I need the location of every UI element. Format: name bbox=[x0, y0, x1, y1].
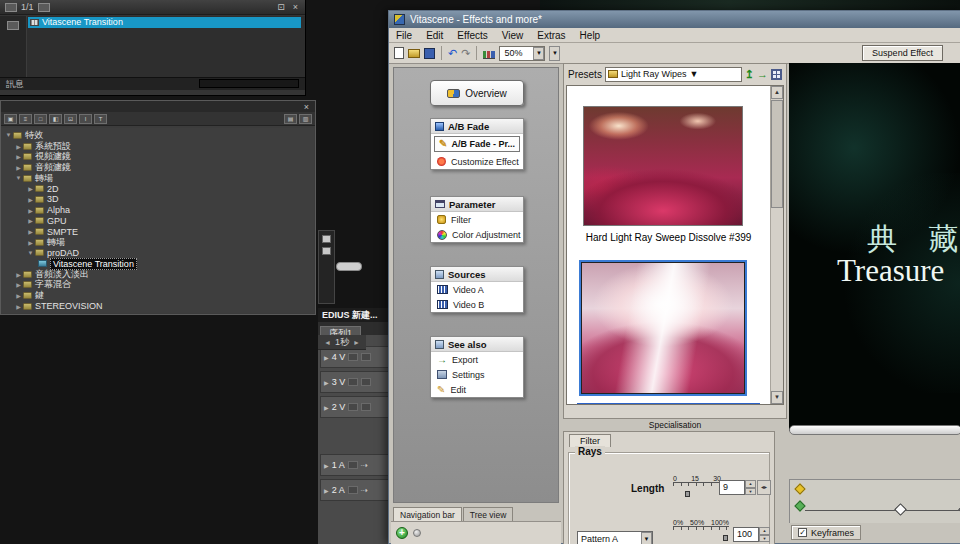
track-expander-icon[interactable]: ▶ bbox=[324, 462, 329, 469]
bin-selected-row[interactable]: Vitascene Transition bbox=[28, 17, 301, 28]
track-toggle[interactable] bbox=[348, 486, 358, 494]
scrollbar-thumb[interactable] bbox=[771, 100, 783, 208]
pattern-spinner[interactable]: ▲ ▼ bbox=[759, 527, 770, 542]
bin-view-icon[interactable] bbox=[5, 3, 17, 12]
track-toggle[interactable] bbox=[361, 378, 371, 386]
key-view-icon[interactable]: ⊡ bbox=[64, 114, 77, 124]
track-toggle[interactable] bbox=[361, 353, 371, 361]
menu-file[interactable]: File bbox=[389, 30, 419, 41]
expander-icon[interactable]: ▶ bbox=[14, 164, 23, 171]
expander-icon[interactable]: ▼ bbox=[4, 132, 13, 138]
new-file-icon[interactable] bbox=[394, 47, 404, 59]
dock-icon[interactable]: ▤ bbox=[284, 114, 297, 124]
track-expander-icon[interactable]: ▶ bbox=[324, 354, 329, 361]
customize-effect-item[interactable]: Customize Effect bbox=[431, 154, 523, 169]
slider-pill[interactable] bbox=[336, 262, 362, 271]
tree-item[interactable]: ▶GPU bbox=[1, 216, 314, 227]
keyframe-marker-green-icon[interactable] bbox=[794, 500, 805, 511]
pattern-value-field[interactable]: 100 bbox=[733, 527, 759, 542]
color-adjustment-item[interactable]: Color Adjustment bbox=[431, 227, 523, 242]
panel-menu-icon[interactable]: ▥ bbox=[299, 114, 312, 124]
track-toggle[interactable] bbox=[348, 461, 358, 469]
folder-up-icon[interactable]: ↥ bbox=[745, 69, 754, 80]
transition-view-icon[interactable]: ◧ bbox=[49, 114, 62, 124]
add-button[interactable]: + bbox=[396, 527, 408, 539]
save-icon[interactable] bbox=[424, 48, 435, 59]
track-toggle[interactable] bbox=[361, 403, 371, 411]
scroll-down-icon[interactable]: ▼ bbox=[771, 391, 783, 404]
track-expander-icon[interactable]: ▶ bbox=[324, 404, 329, 411]
vitascene-titlebar[interactable]: Vitascene - Effects and more* bbox=[389, 11, 960, 28]
scale-right-arrow-icon[interactable]: ► bbox=[353, 339, 360, 346]
undo-icon[interactable]: ↶ bbox=[448, 48, 457, 59]
pattern-select[interactable]: Pattern A ▼ bbox=[577, 531, 653, 544]
list-view-icon[interactable]: ≡ bbox=[19, 114, 32, 124]
pin-icon[interactable]: ⊡ bbox=[275, 2, 287, 12]
apply-arrow-icon[interactable]: → bbox=[757, 69, 768, 80]
pan-arrow-icon[interactable]: ⇢ bbox=[361, 486, 368, 495]
tree-item[interactable]: ▶Alpha bbox=[1, 205, 314, 216]
ab-fade-preset-button[interactable]: ✎ A/B Fade - Pr... bbox=[434, 136, 520, 152]
expander-icon[interactable]: ▶ bbox=[14, 303, 23, 310]
tree-item[interactable]: ▶3D bbox=[1, 194, 314, 205]
menu-view[interactable]: View bbox=[495, 30, 531, 41]
expander-icon[interactable]: ▶ bbox=[26, 217, 35, 224]
close-icon[interactable]: × bbox=[291, 2, 300, 12]
tree-item[interactable]: ▶2D bbox=[1, 183, 314, 194]
overview-button[interactable]: Overview bbox=[430, 80, 524, 106]
expander-icon[interactable]: ▶ bbox=[14, 153, 23, 160]
length-nudge-buttons[interactable]: ◂▸ bbox=[757, 480, 771, 495]
tree-item[interactable]: ▶鍵 bbox=[1, 290, 314, 301]
video-a-item[interactable]: Video A bbox=[431, 282, 523, 297]
preset-thumbnail-selected[interactable] bbox=[581, 262, 745, 394]
expander-icon[interactable]: ▶ bbox=[26, 239, 35, 246]
length-value-field[interactable]: 9 bbox=[719, 480, 745, 495]
tool-icon[interactable] bbox=[322, 235, 331, 243]
expander-icon[interactable]: ▶ bbox=[26, 185, 35, 192]
track-toggle[interactable] bbox=[348, 378, 358, 386]
length-spinner[interactable]: ▲ ▼ bbox=[745, 480, 756, 495]
preset-caption[interactable]: Hard Light Ray Sweep Dissolve #399 bbox=[567, 232, 770, 243]
expander-icon[interactable]: ▶ bbox=[26, 228, 35, 235]
spin-up-icon[interactable]: ▲ bbox=[759, 527, 770, 535]
tab-tree-view[interactable]: Tree view bbox=[463, 507, 514, 522]
expander-icon[interactable]: ▶ bbox=[26, 207, 35, 214]
grid-view-icon[interactable] bbox=[771, 69, 782, 80]
tree-item[interactable]: ▼proDAD bbox=[1, 248, 314, 259]
settings-item[interactable]: Settings bbox=[431, 367, 523, 382]
preset-caption-selected[interactable]: Intense Light Ray Sweep Dissolve #400 bbox=[567, 398, 770, 405]
spin-down-icon[interactable]: ▼ bbox=[759, 535, 770, 543]
pattern-slider-handle[interactable] bbox=[723, 535, 728, 541]
spin-up-icon[interactable]: ▲ bbox=[745, 480, 756, 488]
pan-arrow-icon[interactable]: ⇢ bbox=[361, 461, 368, 470]
preset-scrollbar[interactable]: ▲ ▼ bbox=[770, 86, 783, 404]
preset-thumbnail[interactable] bbox=[583, 106, 743, 226]
render-chart-icon[interactable] bbox=[483, 48, 495, 59]
tree-item[interactable]: ▼轉場 bbox=[1, 173, 314, 184]
track-toggle[interactable] bbox=[348, 403, 358, 411]
bin-filter-icon[interactable] bbox=[38, 3, 50, 12]
keyframe-timeline[interactable] bbox=[789, 479, 960, 523]
keyframes-toggle[interactable]: ✓ Keyframes bbox=[791, 525, 861, 540]
expander-icon[interactable]: ▶ bbox=[14, 281, 23, 288]
length-slider-handle[interactable] bbox=[685, 491, 690, 497]
video-b-item[interactable]: Video B bbox=[431, 297, 523, 312]
checkbox-checked-icon[interactable]: ✓ bbox=[798, 528, 807, 537]
menu-effects[interactable]: Effects bbox=[450, 30, 494, 41]
preset-folder-select[interactable]: Light Ray Wipes ▼ bbox=[605, 67, 742, 82]
expander-icon[interactable]: ▼ bbox=[14, 175, 23, 181]
edit-item[interactable]: ✎ Edit bbox=[431, 382, 523, 397]
chevron-down-icon[interactable]: ▼ bbox=[641, 532, 652, 544]
effect-view-icon[interactable]: □ bbox=[34, 114, 47, 124]
folder-view-icon[interactable]: ▣ bbox=[4, 114, 17, 124]
timeline-ruler[interactable]: ◄ 1秒 ► bbox=[318, 335, 366, 350]
preview-pane[interactable]: 典 藏 Treasure bbox=[789, 63, 960, 431]
scroll-up-icon[interactable]: ▲ bbox=[771, 86, 783, 99]
filter-item[interactable]: Filter bbox=[431, 212, 523, 227]
menu-help[interactable]: Help bbox=[573, 30, 608, 41]
open-icon[interactable] bbox=[408, 49, 420, 58]
tab-navigation-bar[interactable]: Navigation bar bbox=[393, 507, 462, 522]
tree-item[interactable]: ▶STEREOVISION bbox=[1, 301, 314, 312]
title-view-icon[interactable]: I bbox=[79, 114, 92, 124]
tool-icon[interactable] bbox=[322, 247, 331, 255]
